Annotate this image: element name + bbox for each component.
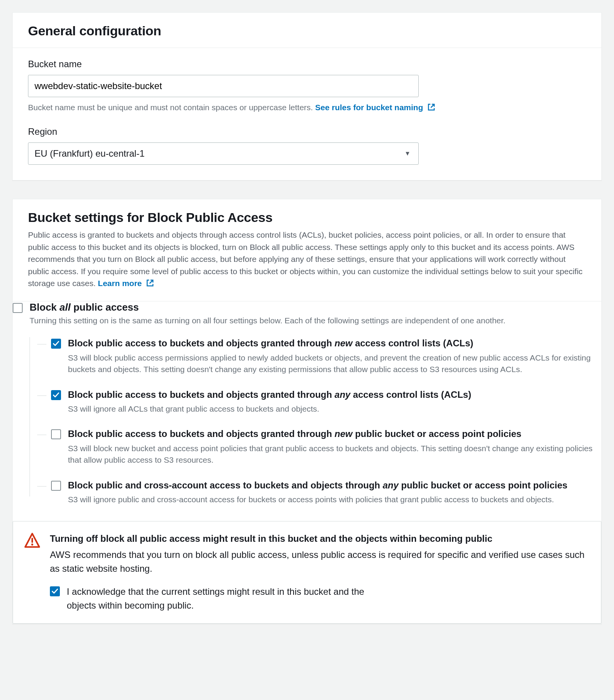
block-all-title: Block all public access [30,301,601,313]
bucket-naming-rules-link[interactable]: See rules for bucket naming [315,103,435,112]
chevron-down-icon: ▼ [404,150,411,157]
block-any-policies-title: Block public and cross-account access to… [68,479,601,491]
public-access-warning-body: Turning off block all public access migh… [50,532,589,613]
warning-icon [24,532,41,551]
block-any-acls-desc: S3 will ignore all ACLs that grant publi… [68,403,601,415]
general-configuration-title: General configuration [28,23,586,38]
general-configuration-body: Bucket name Bucket name must be unique a… [13,48,601,180]
block-public-access-description: Public access is granted to buckets and … [13,225,601,301]
block-new-acls-checkbox[interactable] [51,339,61,349]
public-access-warning-text: AWS recommends that you turn on block al… [50,548,589,576]
block-new-policies-desc: S3 will block new bucket and access poin… [68,443,601,466]
block-new-acls-row: Block public access to buckets and objec… [37,337,601,375]
acknowledge-checkbox[interactable] [50,586,60,596]
block-public-children: Block public access to buckets and objec… [30,337,601,505]
region-select-value: EU (Frankfurt) eu-central-1 [35,148,145,159]
block-public-access-title: Bucket settings for Block Public Access [28,210,586,225]
learn-more-link[interactable]: Learn more [98,279,154,288]
block-all-title-post: public access [71,301,139,313]
acknowledge-row: I acknowledge that the current settings … [50,585,395,612]
block-new-policies-title: Block public access to buckets and objec… [68,428,601,440]
region-label: Region [28,126,586,137]
bucket-naming-rules-link-text: See rules for bucket naming [315,103,423,112]
region-select[interactable]: EU (Frankfurt) eu-central-1 ▼ [28,142,419,165]
svg-point-1 [31,543,33,545]
block-all-title-pre: Block [30,301,59,313]
block-all-title-em: all [59,301,71,313]
block-new-policies-row: Block public access to buckets and objec… [37,428,601,466]
block-any-acls-checkbox[interactable] [51,390,61,400]
external-link-icon [146,280,154,288]
block-all-content: Block all public access Turning this set… [30,301,601,506]
region-row: Region EU (Frankfurt) eu-central-1 ▼ [28,126,586,165]
block-all-desc: Turning this setting on is the same as t… [30,315,601,326]
general-configuration-panel: General configuration Bucket name Bucket… [12,12,602,180]
block-new-acls-desc: S3 will block public access permissions … [68,352,601,376]
public-access-warning-title: Turning off block all public access migh… [50,532,589,545]
bucket-name-input[interactable] [28,75,419,97]
general-configuration-header: General configuration [13,13,601,48]
block-any-policies-desc: S3 will ignore public and cross-account … [68,494,601,505]
bucket-name-hint-text: Bucket name must be unique and must not … [28,103,315,112]
block-public-access-tree: Block all public access Turning this set… [13,301,601,624]
learn-more-link-text: Learn more [98,279,142,288]
bucket-name-hint: Bucket name must be unique and must not … [28,102,586,114]
block-any-acls-row: Block public access to buckets and objec… [37,389,601,415]
bucket-name-label: Bucket name [28,59,586,70]
block-public-access-panel: Bucket settings for Block Public Access … [12,199,602,624]
block-any-policies-checkbox[interactable] [51,481,61,491]
block-any-policies-row: Block public and cross-account access to… [37,479,601,506]
bucket-name-row: Bucket name Bucket name must be unique a… [28,59,586,114]
block-new-policies-checkbox[interactable] [51,429,61,439]
external-link-icon [427,104,435,113]
public-access-warning-alert: Turning off block all public access migh… [13,521,601,624]
block-new-acls-title: Block public access to buckets and objec… [68,337,601,349]
block-all-public-access-row: Block all public access Turning this set… [13,301,601,506]
acknowledge-text: I acknowledge that the current settings … [67,585,395,612]
block-any-acls-title: Block public access to buckets and objec… [68,389,601,401]
block-all-checkbox[interactable] [13,303,23,313]
block-public-access-header: Bucket settings for Block Public Access [13,199,601,225]
